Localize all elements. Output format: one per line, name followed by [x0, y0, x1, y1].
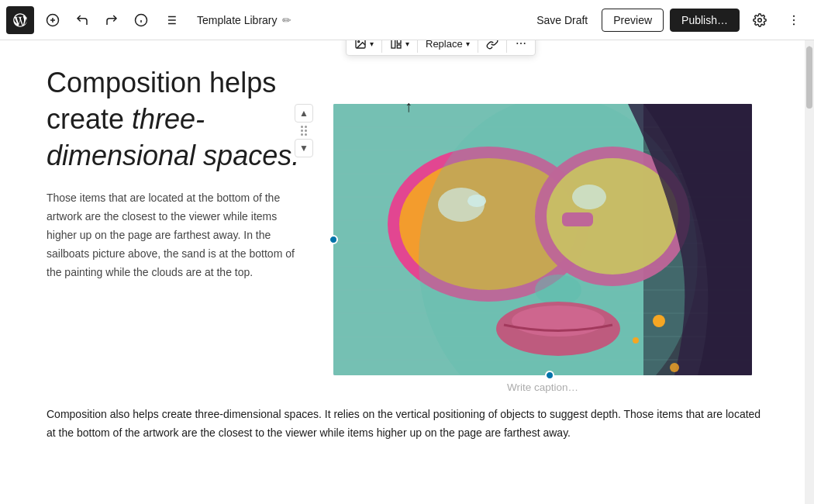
move-up-button[interactable]: ▲	[295, 104, 313, 123]
svg-point-13	[793, 15, 795, 16]
save-draft-button[interactable]: Save Draft	[529, 9, 595, 31]
image-type-chevron: ▾	[370, 40, 374, 48]
image-more-options-button[interactable]	[509, 40, 533, 54]
replace-label: Replace	[426, 40, 463, 50]
image-icon	[354, 40, 367, 50]
layout-icon	[390, 40, 402, 50]
separator-3	[478, 40, 478, 53]
svg-point-14	[793, 19, 795, 20]
block-arrows: ▲ ▼	[295, 104, 313, 157]
image-block-wrapper: ▲ ▼	[333, 104, 766, 399]
separator-2	[417, 40, 418, 53]
link-icon	[486, 40, 498, 50]
preview-button[interactable]: Preview	[602, 9, 664, 32]
scrollbar[interactable]: ▲	[805, 40, 814, 504]
image-caption[interactable]: Write caption…	[333, 375, 752, 399]
left-column: Composition helps create three-dimension…	[47, 65, 310, 399]
paragraph-block-2: Composition also helps create three-dime…	[47, 406, 766, 443]
svg-point-23	[523, 43, 525, 44]
list-icon	[164, 13, 178, 27]
info-icon	[134, 13, 148, 27]
publish-button[interactable]: Publish…	[670, 9, 740, 32]
scrollbar-thumb[interactable]	[806, 47, 812, 109]
template-library-label: Template Library ✏	[197, 14, 291, 26]
resize-handle-left[interactable]	[329, 235, 338, 244]
svg-rect-18	[391, 40, 395, 48]
content-columns: Composition helps create three-dimension…	[47, 65, 766, 399]
svg-rect-19	[397, 40, 401, 43]
svg-point-50	[653, 315, 665, 327]
add-block-button[interactable]	[39, 6, 67, 34]
right-column: ▾ ▾ Replace ▾	[333, 65, 766, 399]
toolbar-right: Save Draft Preview Publish…	[529, 6, 808, 34]
drag-handle[interactable]	[301, 126, 307, 136]
svg-point-51	[670, 363, 679, 372]
svg-point-21	[516, 43, 518, 44]
list-view-button[interactable]	[157, 6, 185, 34]
image-more-dots-icon	[515, 40, 527, 50]
more-options-button[interactable]	[780, 6, 808, 34]
settings-button[interactable]	[746, 6, 774, 34]
move-down-button[interactable]: ▼	[295, 139, 313, 157]
separator-1	[381, 40, 382, 53]
graffiti-image	[333, 104, 752, 375]
paragraph-block-1: Those items that are located at the bott…	[47, 189, 310, 281]
image-container	[333, 104, 766, 375]
more-dots-icon	[787, 13, 801, 27]
svg-rect-20	[397, 45, 401, 48]
wp-logo[interactable]	[6, 6, 34, 34]
undo-icon	[75, 13, 89, 27]
heading-block: Composition helps create three-dimension…	[47, 65, 310, 174]
redo-button[interactable]	[98, 6, 126, 34]
svg-point-17	[358, 41, 360, 43]
image-type-button[interactable]: ▾	[348, 40, 380, 54]
resize-handle-bottom[interactable]	[545, 371, 554, 380]
redo-icon	[105, 13, 119, 27]
gear-icon	[753, 13, 767, 27]
editor-content[interactable]: Composition helps create three-dimension…	[0, 40, 805, 504]
layout-button[interactable]: ▾	[384, 40, 416, 54]
svg-point-12	[758, 18, 762, 22]
plus-icon	[46, 13, 60, 27]
info-button[interactable]	[127, 6, 155, 34]
svg-point-22	[520, 43, 522, 44]
link-button[interactable]	[480, 40, 505, 54]
top-toolbar: Template Library ✏ Save Draft Preview Pu…	[0, 0, 814, 40]
svg-point-52	[633, 337, 639, 343]
replace-chevron: ▾	[466, 40, 470, 48]
wp-logo-icon	[12, 12, 29, 29]
separator-4	[506, 40, 507, 53]
template-library-title: Template Library	[197, 14, 278, 26]
graffiti-art	[333, 104, 752, 375]
svg-point-15	[793, 23, 795, 25]
layout-chevron: ▾	[405, 40, 409, 48]
toolbar-icons	[39, 6, 185, 34]
edit-title-icon[interactable]: ✏	[282, 14, 291, 26]
undo-button[interactable]	[68, 6, 96, 34]
replace-button[interactable]: Replace ▾	[419, 40, 476, 54]
main-area: Composition helps create three-dimension…	[0, 40, 814, 504]
image-toolbar: ▾ ▾ Replace ▾	[346, 40, 536, 56]
